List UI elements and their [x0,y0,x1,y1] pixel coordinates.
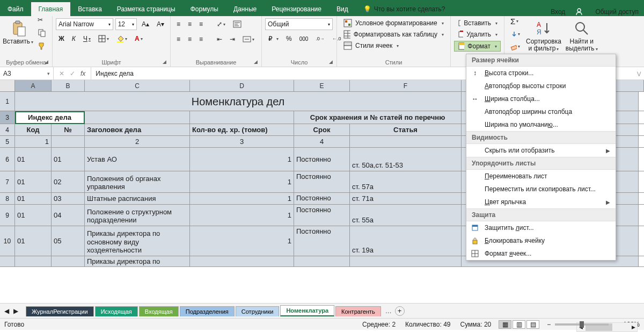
align-right-button[interactable]: ≡ [196,34,206,45]
cell[interactable] [190,111,294,124]
sheet-tab[interactable]: Контрагенть [335,306,381,316]
cell[interactable]: Приказы директора по [85,256,190,266]
bold-button[interactable]: Ж [56,33,67,44]
row-header[interactable]: 3 [0,111,15,124]
cell[interactable]: ст. 71а [350,193,462,204]
col-header-B[interactable]: B [52,80,85,91]
cut-button[interactable]: ✂ [35,15,49,25]
cell[interactable]: Постоянно [294,148,350,171]
row-header[interactable]: 6 [0,148,15,171]
col-header-C[interactable]: C [85,80,190,91]
fill-button[interactable] [508,29,523,40]
tab-file[interactable]: Файл [0,2,31,16]
tabs-next-icon[interactable]: ▶ [13,307,18,315]
increase-decimal-button[interactable]: .0→ [313,34,327,43]
borders-button[interactable] [96,33,112,44]
cell[interactable]: Код [15,124,52,135]
decrease-indent-button[interactable]: ⇤ [214,34,225,45]
wrap-text-button[interactable] [230,18,244,30]
increase-indent-button[interactable]: ⇥ [227,34,238,45]
cell[interactable] [294,256,350,266]
cell[interactable]: Статья [350,124,462,135]
login-link[interactable]: Вход [551,8,565,16]
cell[interactable]: 1 [190,148,294,171]
insert-cells-button[interactable]: Вставить [454,18,501,28]
format-painter-button[interactable] [35,40,49,52]
sheet-tab[interactable]: Входящая [139,306,179,316]
row-header[interactable]: 10 [0,226,15,256]
cell[interactable]: Заголовок дела [85,124,190,135]
cell[interactable]: 4 [294,136,350,147]
comma-button[interactable]: 000 [297,34,311,44]
cell[interactable]: Постоянно [294,205,350,226]
font-size-combo[interactable]: ▾ [115,18,137,30]
cell[interactable]: 01 [52,148,85,171]
sheet-tab[interactable]: Сотрудники [236,306,280,316]
menu-lock-cell[interactable]: Блокировать ячейку [466,234,616,247]
cell[interactable]: ст. 19а [350,226,462,256]
menu-autofit-col[interactable]: Автоподбор ширины столбца [466,105,616,118]
col-header-D[interactable]: D [190,80,294,91]
row-header[interactable] [0,256,15,266]
cell[interactable]: ст. 50а,ст. 51-53 [350,148,462,171]
sort-filter-button[interactable]: АЯ Сортировка и фильтр [525,19,562,56]
format-cells-button[interactable]: Формат [454,41,501,52]
tab-formulas[interactable]: Формулы [183,2,226,16]
merge-button[interactable] [240,33,257,45]
cell[interactable] [52,136,85,147]
align-center-button[interactable]: ≡ [185,34,194,45]
row-header[interactable]: 4 [0,124,15,135]
row-header[interactable]: 7 [0,171,15,192]
menu-move-copy-sheet[interactable]: Переместить или скопировать лист... [466,183,616,196]
menu-protect-sheet[interactable]: Защитить лист... [466,221,616,234]
orientation-button[interactable]: ⤢ [214,19,228,30]
tab-layout[interactable]: Разметка страницы [109,2,183,16]
cancel-formula-icon[interactable]: ✕ [59,70,64,77]
align-top-button[interactable]: ≡ [174,19,183,30]
cell[interactable]: 01 [15,171,52,192]
font-name-combo[interactable]: ▾ [56,18,113,30]
cell[interactable]: 03 [52,193,85,204]
normal-view-button[interactable]: ▦ [499,320,511,329]
cell[interactable]: 02 [52,171,85,192]
tabs-more-icon[interactable]: … [385,307,392,315]
delete-cells-button[interactable]: Удалить [454,30,501,39]
enter-formula-icon[interactable]: ✓ [70,70,75,77]
cell[interactable]: Индекс дела [15,111,85,124]
cell[interactable]: Положения об органах управления [85,171,190,192]
name-box[interactable]: A3▾ [0,67,54,80]
cell[interactable] [85,111,190,124]
cell[interactable]: 05 [52,226,85,256]
cell[interactable]: Устав АО [85,148,190,171]
page-break-view-button[interactable]: ▤ [526,320,539,329]
row-header[interactable]: 8 [0,193,15,204]
accounting-button[interactable]: ₽ [265,33,281,44]
cell[interactable]: 01 [15,148,52,171]
italic-button[interactable]: К [69,33,78,44]
find-select-button[interactable]: Найти и выделить [565,19,599,56]
number-format-combo[interactable]: ▾ [265,18,333,30]
clear-button[interactable] [508,41,523,52]
row-header[interactable]: 9 [0,205,15,226]
tell-me[interactable]: 💡Что вы хотите сделать? [356,2,453,16]
tab-insert[interactable]: Вставка [70,2,109,16]
tab-data[interactable]: Данные [226,2,264,16]
cell[interactable]: 1 [190,171,294,192]
cell[interactable]: Приказы директора по основному виду хозд… [85,226,190,256]
cell[interactable]: 04 [52,205,85,226]
menu-row-height[interactable]: ↕Высота строки... [466,67,616,80]
menu-col-width[interactable]: ↔Ширина столбца... [466,92,616,105]
cell[interactable]: Штатные расписания [85,193,190,204]
sheet-tab[interactable]: Исходящая [95,306,138,316]
menu-rename-sheet[interactable]: Переименовать лист [466,170,616,183]
tabs-prev-icon[interactable]: ◀ [4,307,9,315]
autosum-button[interactable]: Σ [508,15,523,27]
col-header-E[interactable]: E [294,80,350,91]
cell[interactable] [350,256,462,266]
cell[interactable]: 1 [190,205,294,226]
share-button[interactable]: Общий доступ [575,8,639,16]
cell[interactable] [190,256,294,266]
format-as-table-button[interactable]: Форматировать как таблицу [340,30,447,39]
cell[interactable]: ст. 57а [350,171,462,192]
zoom-slider[interactable] [555,323,609,326]
